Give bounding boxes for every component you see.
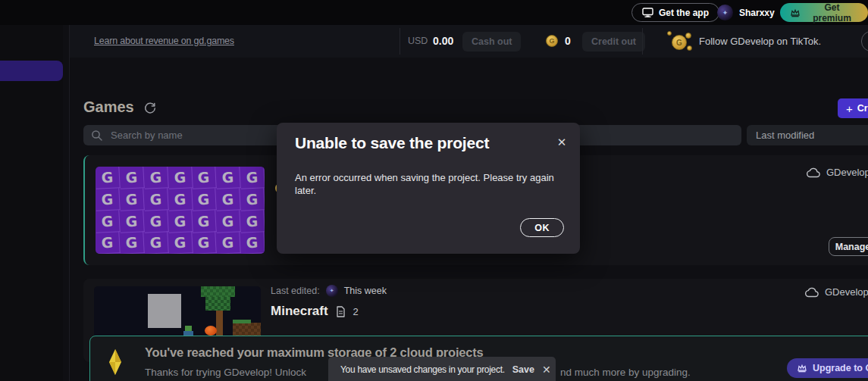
gdevelop-logo-tile: G (216, 231, 241, 254)
revenue-strip: Learn about revenue on gd.games USD 0.00… (70, 25, 868, 58)
gdevelop-logo-tile: G (119, 210, 144, 233)
credits-coin-icon: G (546, 35, 558, 47)
storage-provider: GDevelop (807, 167, 868, 178)
gdevelop-logo-tile: G (192, 188, 217, 211)
gdevelop-logo-tile: G (96, 231, 121, 254)
thumb-grass-cap (233, 320, 251, 323)
gem-icon (108, 348, 122, 376)
game-title-row: Minecraft 2 (271, 304, 359, 319)
get-app-label: Get the app (659, 8, 709, 18)
gdevelop-logo-tile: G (192, 231, 217, 254)
gdevelop-logo-tile: G (96, 210, 121, 233)
gdevelop-logo-tile: G (143, 231, 168, 254)
gdevelop-logo-tile: G (168, 231, 193, 254)
save-button[interactable]: Save (512, 364, 534, 375)
get-premium-label: Get premium (806, 2, 858, 23)
coin-dot-icon (685, 33, 691, 39)
gdevelop-logo-tile: G (119, 167, 144, 189)
gdevelop-logo-tile: G (192, 167, 217, 189)
gdevelop-logo-tile: G (216, 188, 241, 211)
gdevelop-logo-tile: G (143, 167, 168, 189)
avatar-spark-glyph: ✦ (722, 9, 729, 17)
close-icon[interactable]: ✕ (542, 364, 551, 376)
gdevelop-logo-tile: G (168, 188, 193, 211)
sidebar-active-item[interactable] (0, 61, 63, 81)
snackbar-message: You have unsaved changes in your project… (340, 364, 505, 375)
gdevelop-logo-tile: G (216, 210, 241, 233)
storage-provider: GDevelop (805, 286, 868, 298)
currency-label: USD (408, 36, 428, 46)
gdevelop-logo-tile: G (240, 231, 265, 254)
close-icon[interactable]: ✕ (554, 135, 569, 150)
tiktok-follow-text: Follow GDevelop on TikTok. (699, 36, 821, 47)
document-icon (336, 306, 346, 317)
get-premium-button[interactable]: Get premium (780, 3, 868, 22)
gdevelop-logo-tile: G (192, 210, 217, 233)
error-dialog: Unable to save the project ✕ An error oc… (277, 123, 580, 254)
create-game-label: Cr (857, 103, 868, 114)
coins-cluster-icon: G (667, 31, 693, 52)
user-avatar-icon: ✦ (717, 5, 733, 20)
cloud-icon (805, 287, 819, 298)
revenue-divider (400, 28, 400, 55)
search-icon (91, 130, 103, 142)
sort-dropdown[interactable]: Last modified (747, 125, 868, 145)
thumb-character (185, 326, 192, 331)
revenue-learn-link[interactable]: Learn about revenue on gd.games (94, 36, 234, 46)
gdevelop-logo-tile: G (240, 167, 265, 189)
user-menu[interactable]: ✦ Sharxxy (717, 3, 775, 22)
storage-provider-label: GDevelop (825, 286, 868, 298)
gdevelop-logo-tile: G (216, 167, 241, 189)
banner-body-right: nd much more by upgrading. (560, 367, 691, 378)
gdevelop-logo-tile: G (240, 210, 265, 233)
crown-icon (790, 8, 801, 17)
coin-dot-icon (667, 31, 672, 36)
coin-icon: G (672, 35, 687, 50)
cloud-icon (807, 167, 821, 178)
get-app-button[interactable]: Get the app (631, 3, 719, 22)
last-edited-row: Last edited: ✦ This week (271, 285, 387, 297)
last-edited-label: Last edited: (271, 286, 320, 296)
gdevelop-logo-tile: G (96, 188, 121, 211)
gdevelop-logo-tile: G (168, 167, 193, 189)
games-section-title: Games (83, 98, 134, 116)
follow-button-partial[interactable] (861, 31, 868, 52)
dialog-message: An error occurred when saving the projec… (295, 171, 568, 197)
upgrade-button[interactable]: Upgrade to GDe (787, 358, 868, 378)
user-avatar-icon: ✦ (326, 285, 338, 297)
upgrade-label: Upgrade to GDe (813, 363, 868, 373)
crown-icon (797, 364, 807, 373)
sidebar-divider (69, 25, 70, 381)
plus-icon: + (846, 102, 853, 115)
refresh-icon[interactable] (143, 101, 157, 115)
card1-thumbnail-grid: GGGGGGGGGGGGGGGGGGGGGGGGGGGG (96, 167, 265, 254)
topbar: Get the app ✦ Sharxxy Get premium (0, 0, 868, 25)
gdevelop-logo-tile: G (143, 210, 168, 233)
thumb-gray-block (148, 294, 181, 328)
thumb-tree-canopy (205, 297, 230, 311)
monitor-icon (642, 8, 653, 17)
last-edited-value: This week (344, 286, 387, 296)
ok-button[interactable]: OK (520, 218, 564, 237)
create-game-button[interactable]: + Cr (838, 98, 868, 118)
revenue-divider (642, 28, 643, 55)
gdevelop-logo-tile: G (119, 188, 144, 211)
avatar-spark-glyph: ✦ (330, 288, 334, 294)
banner-body-left: Thanks for trying GDevelop! Unlock (145, 367, 306, 378)
gdevelop-logo-tile: G (240, 188, 265, 211)
manage-button[interactable]: Manage (829, 237, 868, 256)
thumb-orange-blob (205, 326, 217, 336)
thumb-tree-canopy (201, 286, 235, 297)
sort-selected-value: Last modified (756, 130, 814, 141)
storage-provider-label: GDevelop (826, 167, 868, 178)
cash-out-button[interactable]: Cash out (462, 32, 521, 52)
coin-dot-icon (687, 45, 692, 51)
revenue-amount: 0.00 (433, 35, 453, 47)
credit-out-button[interactable]: Credit out (582, 32, 645, 52)
username: Sharxxy (739, 8, 775, 18)
gdevelop-logo-tile: G (119, 231, 144, 254)
credits-count: 0 (565, 35, 571, 47)
gdevelop-logo-tile: G (168, 210, 193, 233)
gdevelop-app-window: Get the app ✦ Sharxxy Get premium Learn … (0, 0, 868, 381)
game-title: Minecraft (271, 304, 328, 319)
